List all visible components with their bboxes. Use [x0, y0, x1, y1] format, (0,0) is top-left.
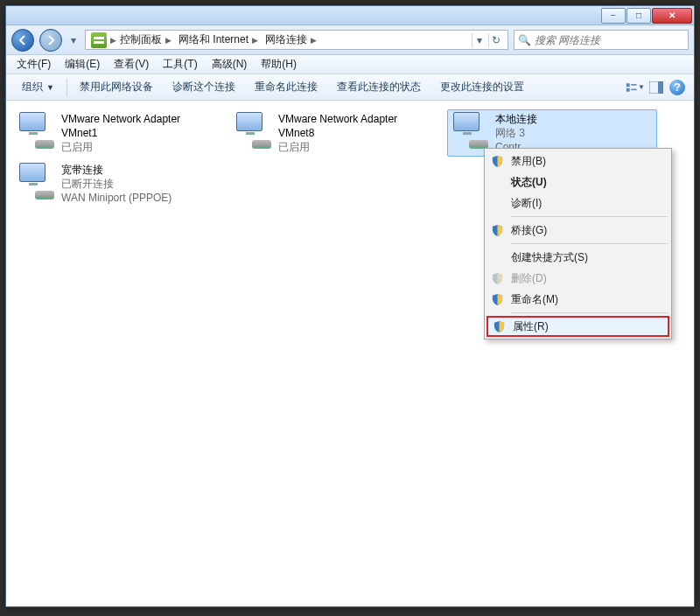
connection-item[interactable]: VMware Network Adapter VMnet1 已启用	[13, 109, 223, 157]
menu-file[interactable]: 文件(F)	[10, 55, 58, 74]
svg-rect-2	[626, 88, 630, 91]
refresh-button[interactable]: ↻	[488, 33, 502, 47]
svg-rect-1	[631, 84, 636, 86]
svg-rect-3	[631, 88, 636, 90]
connection-item[interactable]: VMware Network Adapter VMnet8 已启用	[230, 109, 440, 157]
breadcrumb-segment[interactable]: 控制面板▶	[116, 31, 175, 49]
organize-button[interactable]: 组织 ▼	[13, 77, 63, 97]
menu-help[interactable]: 帮助(H)	[254, 55, 304, 74]
view-icon	[626, 81, 638, 94]
shield-icon	[490, 292, 504, 306]
ctx-diagnose[interactable]: 诊断(I)	[486, 192, 669, 214]
arrow-left-icon	[18, 35, 28, 46]
network-adapter-icon	[234, 112, 271, 149]
connection-detail: WAN Miniport (PPPOE)	[61, 191, 172, 205]
history-dropdown[interactable]: ▾	[67, 29, 80, 52]
search-box[interactable]: 🔍	[514, 30, 689, 50]
search-input[interactable]	[535, 34, 684, 46]
breadcrumb[interactable]: ▶ 控制面板▶ 网络和 Internet▶ 网络连接▶ ▾ ↻	[85, 30, 508, 50]
toolbar-status[interactable]: 查看此连接的状态	[328, 77, 430, 97]
back-button[interactable]	[11, 29, 34, 52]
separator	[511, 312, 668, 313]
connection-name: VMware Network Adapter VMnet8	[278, 112, 436, 140]
toolbar-rename[interactable]: 重命名此连接	[246, 77, 326, 97]
ctx-delete: 删除(D)	[486, 268, 669, 289]
toolbar-settings[interactable]: 更改此连接的设置	[431, 77, 533, 97]
watermark: 系统之家	[581, 578, 686, 602]
breadcrumb-segment[interactable]: 网络和 Internet▶	[175, 31, 262, 49]
dropdown-icon[interactable]: ▾	[472, 33, 486, 47]
arrow-right-icon	[46, 35, 56, 46]
house-icon	[581, 578, 611, 602]
nav-bar: ▾ ▶ 控制面板▶ 网络和 Internet▶ 网络连接▶ ▾ ↻ 🔍	[6, 25, 694, 55]
menu-tools[interactable]: 工具(T)	[156, 55, 204, 74]
toolbar-disable[interactable]: 禁用此网络设备	[71, 77, 162, 97]
separator	[511, 243, 668, 244]
toolbar: 组织 ▼ 禁用此网络设备 诊断这个连接 重命名此连接 查看此连接的状态 更改此连…	[6, 74, 694, 101]
shield-icon	[490, 154, 504, 168]
panel-icon	[649, 81, 663, 94]
connection-item[interactable]: 宽带连接 已断开连接 WAN Miniport (PPPOE)	[13, 160, 223, 207]
ctx-bridge[interactable]: 桥接(G)	[486, 220, 669, 241]
chevron-right-icon: ▶	[110, 36, 116, 45]
ctx-rename[interactable]: 重命名(M)	[486, 289, 669, 310]
menu-bar: 文件(F) 编辑(E) 查看(V) 工具(T) 高级(N) 帮助(H)	[6, 55, 694, 74]
separator	[511, 216, 668, 217]
shield-icon	[490, 271, 504, 285]
shield-icon	[490, 223, 504, 237]
connection-status: 已启用	[278, 140, 436, 154]
chevron-down-icon: ▼	[46, 83, 54, 92]
network-icon	[91, 32, 107, 48]
network-adapter-icon	[452, 112, 488, 149]
help-icon: ?	[669, 80, 685, 95]
svg-rect-5	[658, 81, 663, 94]
forward-button[interactable]	[39, 29, 62, 52]
network-adapter-icon	[18, 163, 54, 200]
svg-rect-0	[626, 83, 630, 87]
connection-name: 本地连接	[495, 112, 537, 126]
search-icon: 🔍	[518, 34, 531, 46]
titlebar: − □ ✕	[6, 6, 694, 25]
connection-status: 网络 3	[495, 126, 537, 140]
ctx-create-shortcut[interactable]: 创建快捷方式(S)	[486, 247, 669, 268]
ctx-properties[interactable]: 属性(R)	[486, 316, 669, 337]
maximize-button[interactable]: □	[626, 8, 651, 24]
preview-pane-button[interactable]	[647, 78, 666, 97]
connection-status: 已断开连接	[61, 177, 172, 191]
view-options-button[interactable]: ▼	[626, 78, 645, 97]
menu-edit[interactable]: 编辑(E)	[58, 55, 107, 74]
minimize-button[interactable]: −	[601, 8, 626, 24]
shield-icon	[492, 319, 506, 333]
connection-name: VMware Network Adapter VMnet1	[61, 112, 219, 140]
breadcrumb-segment[interactable]: 网络连接▶	[262, 31, 320, 49]
ctx-disable[interactable]: 禁用(B)	[486, 150, 669, 172]
network-adapter-icon	[18, 112, 54, 149]
help-button[interactable]: ?	[668, 78, 687, 97]
menu-advanced[interactable]: 高级(N)	[205, 55, 255, 74]
context-menu: 禁用(B) 状态(U) 诊断(I) 桥接(G) 创建快捷方式(S) 删除(D) …	[484, 148, 672, 340]
ctx-status[interactable]: 状态(U)	[486, 172, 669, 192]
menu-view[interactable]: 查看(V)	[107, 55, 156, 74]
connection-status: 已启用	[61, 140, 219, 154]
connection-name: 宽带连接	[61, 163, 172, 177]
close-button[interactable]: ✕	[652, 8, 692, 24]
toolbar-diagnose[interactable]: 诊断这个连接	[164, 77, 244, 97]
